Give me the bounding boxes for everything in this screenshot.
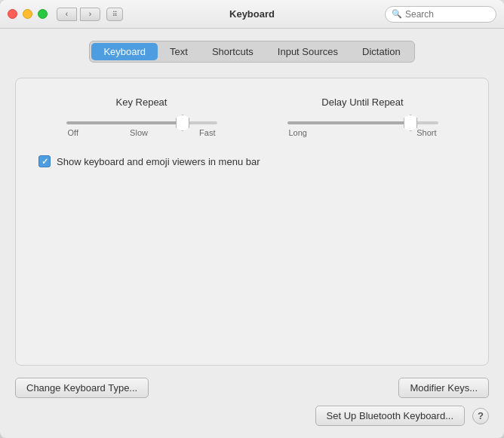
tab-bar: Keyboard Text Shortcuts Input Sources Di…: [15, 41, 489, 63]
key-repeat-label-slow: Slow: [130, 128, 148, 137]
emoji-checkbox[interactable]: ✓: [38, 155, 51, 167]
spacer: [38, 185, 466, 347]
traffic-lights: [8, 9, 48, 19]
search-icon: 🔍: [392, 9, 402, 19]
tab-keyboard[interactable]: Keyboard: [91, 43, 158, 60]
key-repeat-slider[interactable]: [66, 121, 217, 124]
bottom-section: Change Keyboard Type... Modifier Keys...…: [15, 378, 489, 426]
modifier-keys-button[interactable]: Modifier Keys...: [398, 378, 489, 398]
back-button[interactable]: ‹: [57, 8, 77, 21]
title-bar: ‹ › ⠿ Keyboard 🔍: [0, 0, 504, 29]
nav-buttons: ‹ ›: [57, 8, 100, 21]
close-button[interactable]: [8, 9, 17, 19]
delay-repeat-label: Delay Until Repeat: [321, 96, 403, 108]
question-mark-icon: ?: [478, 410, 484, 421]
window-title: Keyboard: [229, 8, 275, 20]
search-box[interactable]: 🔍: [385, 6, 496, 23]
content-area: Keyboard Text Shortcuts Input Sources Di…: [0, 29, 504, 438]
delay-repeat-slider[interactable]: [287, 121, 438, 124]
change-keyboard-type-button[interactable]: Change Keyboard Type...: [15, 378, 149, 398]
delay-label-long: Long: [289, 128, 307, 137]
forward-icon: ›: [89, 10, 91, 18]
bottom-row-2: Set Up Bluetooth Keyboard... ?: [15, 406, 489, 426]
delay-repeat-slider-container: Long Short: [287, 115, 438, 137]
minimize-button[interactable]: [23, 9, 32, 19]
search-input[interactable]: [405, 9, 490, 20]
back-icon: ‹: [66, 10, 68, 18]
bottom-row-1: Change Keyboard Type... Modifier Keys...: [15, 378, 489, 398]
help-button[interactable]: ?: [472, 408, 489, 424]
delay-repeat-group: Delay Until Repeat Long Short: [287, 96, 438, 137]
key-repeat-label-off: Off: [68, 128, 78, 137]
checkbox-label: Show keyboard and emoji viewers in menu …: [57, 156, 260, 167]
sliders-row: Key Repeat Off Slow Fast Delay Until Rep…: [38, 96, 466, 137]
key-repeat-group: Key Repeat Off Slow Fast: [66, 96, 217, 137]
tab-input-sources[interactable]: Input Sources: [266, 43, 350, 60]
key-repeat-slider-container: Off Slow Fast: [66, 115, 217, 137]
key-repeat-label: Key Repeat: [116, 96, 167, 108]
tabs-container: Keyboard Text Shortcuts Input Sources Di…: [89, 41, 414, 63]
forward-button[interactable]: ›: [80, 8, 100, 21]
tab-shortcuts[interactable]: Shortcuts: [200, 43, 266, 60]
keyboard-panel: Key Repeat Off Slow Fast Delay Until Rep…: [15, 78, 489, 366]
grid-button[interactable]: ⠿: [106, 8, 123, 21]
key-repeat-label-fast: Fast: [199, 128, 215, 137]
checkmark-icon: ✓: [41, 158, 48, 166]
set-up-bluetooth-button[interactable]: Set Up Bluetooth Keyboard...: [315, 406, 465, 426]
tab-text[interactable]: Text: [158, 43, 200, 60]
window: ‹ › ⠿ Keyboard 🔍 Keyboard Text Shortcuts…: [0, 0, 504, 438]
maximize-button[interactable]: [38, 9, 48, 19]
delay-label-short: Short: [416, 128, 436, 137]
tab-dictation[interactable]: Dictation: [350, 43, 413, 60]
grid-icon: ⠿: [112, 11, 118, 18]
checkbox-row[interactable]: ✓ Show keyboard and emoji viewers in men…: [38, 155, 466, 167]
